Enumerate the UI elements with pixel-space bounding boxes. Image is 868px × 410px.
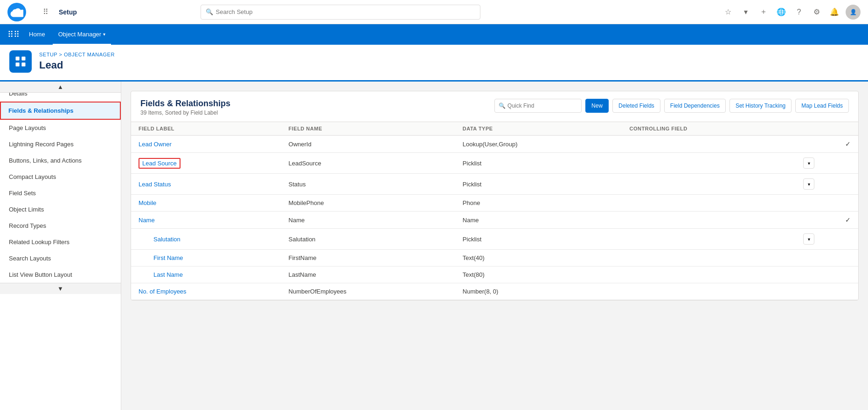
star-icon[interactable]: ☆ xyxy=(722,6,735,19)
checkmark-icon: ✓ xyxy=(845,140,851,148)
field-controlling xyxy=(622,174,796,195)
svg-rect-0 xyxy=(16,57,20,61)
field-data-type: Picklist xyxy=(455,174,622,195)
sidebar-item-list-view-button-layout[interactable]: List View Button Layout xyxy=(0,266,121,283)
app-name: Setup xyxy=(59,8,77,16)
breadcrumb-setup[interactable]: SETUP xyxy=(39,52,57,57)
field-row-actions: ▾ xyxy=(796,153,858,174)
field-dependencies-button[interactable]: Field Dependencies xyxy=(664,99,726,113)
field-controlling xyxy=(622,212,796,229)
field-data-type: Phone xyxy=(455,195,622,212)
sidebar-item-page-layouts[interactable]: Page Layouts xyxy=(0,120,121,136)
field-controlling xyxy=(622,229,796,250)
trailhead-icon[interactable]: 🌐 xyxy=(775,6,788,19)
bell-icon[interactable]: 🔔 xyxy=(828,6,841,19)
field-controlling xyxy=(622,153,796,174)
waffle-icon[interactable]: ⠿ xyxy=(35,0,56,24)
sidebar-scroll-up[interactable]: ▲ xyxy=(0,82,121,93)
sidebar: ▲ DetailsFields & RelationshipsPage Layo… xyxy=(0,82,121,410)
field-data-type: Number(8, 0) xyxy=(455,283,622,300)
breadcrumb-header: SETUP > OBJECT MANAGER Lead xyxy=(0,45,868,82)
field-api-name: NumberOfEmployees xyxy=(281,283,455,300)
field-row-actions xyxy=(796,250,858,266)
row-dropdown-button[interactable]: ▾ xyxy=(803,233,814,245)
sidebar-item-lightning-record-pages[interactable]: Lightning Record Pages xyxy=(0,136,121,152)
field-controlling xyxy=(622,266,796,283)
field-api-name: Name xyxy=(281,212,455,229)
utility-bar: ⠿⠿ Home Object Manager ▾ xyxy=(0,24,868,45)
top-navigation: ⠿ Setup 🔍 ☆ ▾ ＋ 🌐 ? ⚙ 🔔 👤 xyxy=(0,0,868,24)
sidebar-item-search-layouts[interactable]: Search Layouts xyxy=(0,250,121,266)
field-row-actions xyxy=(796,266,858,283)
sidebar-scroll-down[interactable]: ▼ xyxy=(0,283,121,294)
deleted-fields-button[interactable]: Deleted Fields xyxy=(612,99,660,113)
waffle-btn[interactable]: ⠿⠿ xyxy=(7,29,20,40)
add-icon[interactable]: ＋ xyxy=(757,6,770,19)
user-avatar[interactable]: 👤 xyxy=(846,5,861,20)
col-field-name: Field Name xyxy=(281,122,455,136)
checkmark-icon: ✓ xyxy=(845,216,851,224)
field-data-type: Text(80) xyxy=(455,266,622,283)
help-icon[interactable]: ? xyxy=(792,6,806,19)
row-dropdown-button[interactable]: ▾ xyxy=(803,178,814,190)
sidebar-item-object-limits[interactable]: Object Limits xyxy=(0,201,121,218)
top-nav-icons: ☆ ▾ ＋ 🌐 ? ⚙ 🔔 👤 xyxy=(722,5,861,20)
table-row: MobileMobilePhonePhone xyxy=(131,195,858,212)
nav-object-manager[interactable]: Object Manager ▾ xyxy=(53,24,111,45)
fields-panel-subtitle: 39 Items, Sorted by Field Label xyxy=(140,109,230,116)
row-dropdown-button[interactable]: ▾ xyxy=(803,157,814,169)
field-row-actions: ▾ xyxy=(796,229,858,250)
field-api-name: Salutation xyxy=(281,229,455,250)
page-title: Lead xyxy=(39,59,115,71)
quick-find-container: 🔍 xyxy=(494,99,582,113)
quick-find-icon: 🔍 xyxy=(499,102,506,109)
sidebar-item-related-lookup-filters[interactable]: Related Lookup Filters xyxy=(0,234,121,250)
sidebar-item-compact-layouts[interactable]: Compact Layouts xyxy=(0,169,121,185)
field-data-type: Lookup(User,Group) xyxy=(455,136,622,153)
field-link-lead-source[interactable]: Lead Source xyxy=(139,158,181,169)
search-bar[interactable]: 🔍 xyxy=(201,5,480,20)
field-api-name: OwnerId xyxy=(281,136,455,153)
set-history-tracking-button[interactable]: Set History Tracking xyxy=(729,99,792,113)
svg-rect-2 xyxy=(16,62,20,66)
breadcrumb-separator: > xyxy=(59,52,64,57)
table-row: First NameFirstNameText(40) xyxy=(131,250,858,266)
sidebar-item-record-types[interactable]: Record Types xyxy=(0,218,121,234)
field-link-first-name[interactable]: First Name xyxy=(153,254,183,261)
dropdown-icon[interactable]: ▾ xyxy=(739,6,752,19)
sidebar-item-fields-relationships[interactable]: Fields & Relationships xyxy=(0,102,121,120)
field-link-name[interactable]: Name xyxy=(139,217,155,224)
field-link-salutation[interactable]: Salutation xyxy=(153,236,181,243)
field-link-lead-owner[interactable]: Lead Owner xyxy=(139,141,172,148)
search-input[interactable] xyxy=(216,8,475,15)
quick-find-input[interactable] xyxy=(507,102,577,109)
field-link-no-of-employees[interactable]: No. of Employees xyxy=(139,288,187,295)
settings-icon[interactable]: ⚙ xyxy=(810,6,823,19)
fields-table-head: Field Label Field Name Data Type Control… xyxy=(131,122,858,136)
new-button[interactable]: New xyxy=(585,99,609,113)
field-api-name: MobilePhone xyxy=(281,195,455,212)
nav-home[interactable]: Home xyxy=(23,24,51,45)
fields-table-header-row: Field Label Field Name Data Type Control… xyxy=(131,122,858,136)
col-controlling-field: Controlling Field xyxy=(622,122,796,136)
field-link-last-name[interactable]: Last Name xyxy=(153,271,183,278)
table-row: Lead SourceLeadSourcePicklist▾ xyxy=(131,153,858,174)
object-icon xyxy=(9,50,32,73)
sidebar-item-field-sets[interactable]: Field Sets xyxy=(0,185,121,201)
field-link-lead-status[interactable]: Lead Status xyxy=(139,181,171,188)
field-api-name: LastName xyxy=(281,266,455,283)
field-row-actions: ✓ xyxy=(796,136,858,153)
search-icon: 🔍 xyxy=(206,8,213,15)
chevron-down-icon: ▼ xyxy=(57,285,63,292)
field-data-type: Picklist xyxy=(455,153,622,174)
field-link-mobile[interactable]: Mobile xyxy=(139,199,156,206)
map-lead-fields-button[interactable]: Map Lead Fields xyxy=(795,99,849,113)
col-data-type: Data Type xyxy=(455,122,622,136)
field-api-name: FirstName xyxy=(281,250,455,266)
table-row: Last NameLastNameText(80) xyxy=(131,266,858,283)
fields-panel-title-area: Fields & Relationships 39 Items, Sorted … xyxy=(140,99,230,116)
content-area: Fields & Relationships 39 Items, Sorted … xyxy=(121,82,868,410)
breadcrumb-object-manager[interactable]: OBJECT MANAGER xyxy=(64,52,115,57)
sidebar-items: DetailsFields & RelationshipsPage Layout… xyxy=(0,85,121,283)
sidebar-item-buttons-links-and-actions[interactable]: Buttons, Links, and Actions xyxy=(0,152,121,169)
